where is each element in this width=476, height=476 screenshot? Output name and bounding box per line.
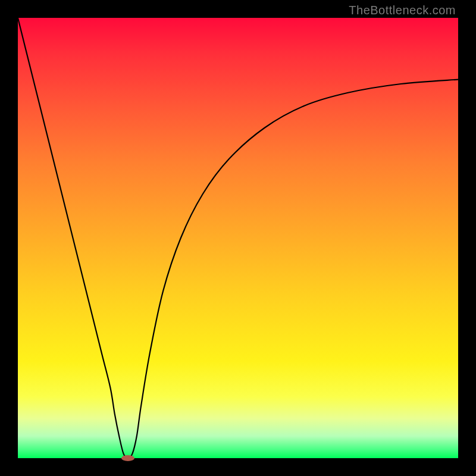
chart-svg (18, 18, 458, 458)
chart-frame: TheBottleneck.com (0, 0, 476, 476)
plot-area (18, 18, 458, 458)
watermark-text: TheBottleneck.com (349, 4, 456, 17)
bottleneck-marker (121, 455, 134, 461)
curve-line (18, 18, 458, 458)
